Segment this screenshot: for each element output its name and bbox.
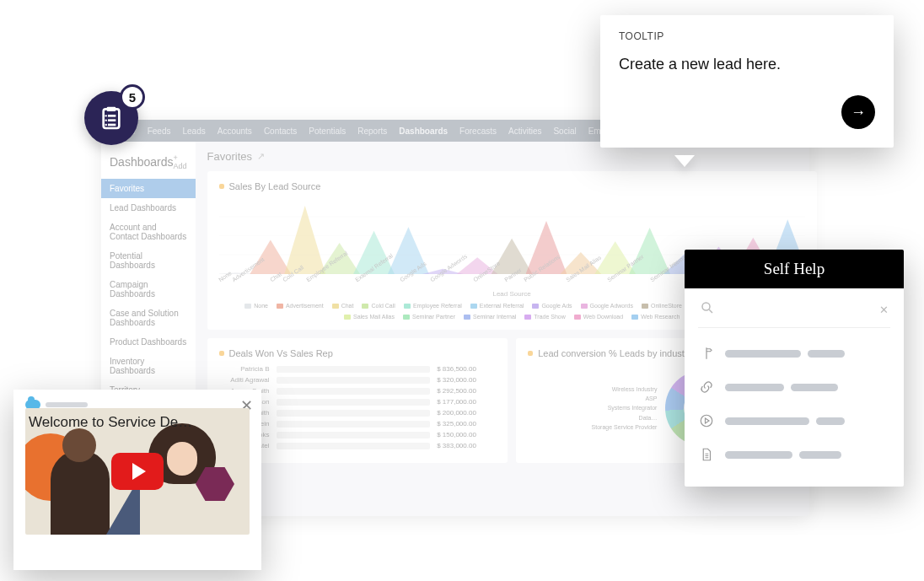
nav-activities[interactable]: Activities bbox=[508, 126, 541, 136]
donut-label: ASP bbox=[592, 394, 658, 403]
chart-peak bbox=[594, 198, 636, 274]
self-help-search[interactable]: ✕ bbox=[698, 297, 890, 328]
hbar-track bbox=[277, 421, 431, 428]
nav-leads[interactable]: Leads bbox=[182, 126, 205, 136]
svg-point-3 bbox=[105, 115, 107, 116]
hbar-track bbox=[277, 432, 431, 438]
task-list-badge[interactable]: 5 bbox=[84, 91, 138, 145]
donut-label: Systems Integrator bbox=[592, 403, 658, 412]
illustration-person-face bbox=[167, 442, 197, 476]
hbar-row: Patricia B$ 836,500.00 bbox=[219, 365, 497, 373]
chart-peak bbox=[250, 198, 291, 274]
hbar-track bbox=[277, 366, 431, 373]
welcome-title: Welcome to Service De… bbox=[25, 413, 250, 432]
svg-point-7 bbox=[105, 124, 107, 126]
arrow-right-icon: → bbox=[851, 104, 866, 121]
legend-item: Advertisement bbox=[277, 303, 324, 309]
brand-placeholder bbox=[46, 402, 88, 407]
legend-item: Google Adwords bbox=[581, 303, 633, 309]
svg-point-8 bbox=[702, 303, 710, 310]
self-help-item-guide[interactable] bbox=[698, 336, 890, 370]
legend-item: Employee Referral bbox=[404, 303, 462, 309]
chart-peak bbox=[492, 198, 533, 274]
chart-peak bbox=[560, 198, 601, 274]
donut-label: Wireless Industry bbox=[592, 385, 658, 394]
x-tick-label: Seminar Partner bbox=[606, 253, 645, 282]
svg-line-9 bbox=[709, 309, 712, 313]
x-tick-label: Google Adwords bbox=[429, 253, 468, 282]
nav-accounts[interactable]: Accounts bbox=[218, 126, 252, 136]
x-tick-label: Advertisement bbox=[231, 256, 266, 282]
hbar-track bbox=[277, 388, 431, 395]
search-icon bbox=[700, 300, 715, 319]
tooltip-body: Create a new lead here. bbox=[619, 56, 875, 73]
nav-contacts[interactable]: Contacts bbox=[264, 126, 297, 136]
illustration-person bbox=[51, 450, 110, 535]
clipboard-icon bbox=[98, 105, 125, 132]
sidebar-item-potential[interactable]: Potential Dashboards bbox=[101, 246, 196, 275]
self-help-title: Self Help bbox=[685, 250, 904, 288]
sidebar-item-inventory[interactable]: Inventory Dashboards bbox=[101, 352, 196, 380]
hbar-value: $ 200,000.00 bbox=[437, 409, 496, 417]
tooltip-pointer bbox=[674, 155, 695, 167]
nav-feeds[interactable]: Feeds bbox=[148, 126, 171, 136]
hbar-value: $ 150,000.00 bbox=[437, 431, 496, 438]
open-external-icon[interactable]: ↗ bbox=[257, 151, 265, 162]
nav-dashboards[interactable]: Dashboards bbox=[399, 126, 448, 136]
hbar-track bbox=[277, 443, 431, 449]
legend-item: Chat bbox=[332, 303, 354, 309]
legend-item: None bbox=[244, 303, 268, 309]
self-help-panel: Self Help ✕ bbox=[685, 250, 904, 487]
signpost-icon bbox=[698, 346, 715, 361]
nav-potentials[interactable]: Potentials bbox=[309, 126, 346, 136]
sidebar-item-lead[interactable]: Lead Dashboards bbox=[101, 198, 196, 218]
legend-item: Seminar Internal bbox=[464, 314, 516, 320]
chart-peak bbox=[422, 198, 464, 274]
hbar-value: $ 320,000.00 bbox=[437, 376, 496, 384]
chart-peak bbox=[319, 198, 360, 274]
legend-item: External Referral bbox=[470, 303, 524, 309]
x-tick-label: Partner bbox=[503, 266, 523, 282]
x-tick-label: Sales Mail Alias bbox=[565, 255, 602, 283]
hbar-name: Patricia B bbox=[219, 365, 270, 373]
hbar-track bbox=[277, 377, 431, 384]
legend-item: Seminar Partner bbox=[403, 314, 455, 320]
donut-label: Data… bbox=[592, 413, 658, 422]
close-icon[interactable]: ✕ bbox=[879, 304, 889, 316]
donut-label: Storage Service Provider bbox=[592, 422, 658, 432]
hbar-value: $ 383,000.00 bbox=[437, 442, 496, 449]
svg-point-5 bbox=[105, 119, 107, 121]
hbar-row: Aditi Agrawal$ 320,000.00 bbox=[219, 376, 497, 384]
page-title: Favorites ↗ bbox=[207, 150, 817, 163]
x-tick-label: Public Relations bbox=[523, 254, 561, 283]
sidebar-item-product[interactable]: Product Dashboards bbox=[101, 332, 196, 352]
hbar-track bbox=[277, 410, 431, 417]
x-tick-label: OnlineStore bbox=[472, 260, 501, 282]
tooltip-next-button[interactable]: → bbox=[841, 95, 875, 129]
self-help-item-link[interactable] bbox=[698, 370, 890, 404]
chart-title: Sales By Lead Source bbox=[219, 181, 805, 191]
sidebar-title: Dashboards bbox=[110, 155, 174, 169]
x-tick-label: None bbox=[218, 270, 233, 282]
self-help-item-doc[interactable] bbox=[698, 438, 890, 471]
nav-reports[interactable]: Reports bbox=[357, 126, 387, 136]
sidebar-item-favorites[interactable]: Favorites bbox=[101, 179, 196, 198]
nav-social[interactable]: Social bbox=[553, 126, 576, 136]
add-dashboard-button[interactable]: + Add bbox=[174, 153, 187, 170]
chart-peak bbox=[353, 198, 395, 274]
sidebar-item-account-contact[interactable]: Account and Contact Dashboards bbox=[101, 218, 196, 246]
play-circle-icon bbox=[698, 413, 715, 428]
x-tick-label: Cold Call bbox=[282, 264, 304, 282]
tooltip-card: TOOLTIP Create a new lead here. → bbox=[600, 15, 894, 148]
legend-item: Web Research bbox=[631, 314, 680, 320]
nav-forecasts[interactable]: Forecasts bbox=[459, 126, 497, 136]
sidebar-item-campaign[interactable]: Campaign Dashboards bbox=[101, 275, 196, 304]
donut-labels: Wireless IndustryASPSystems IntegratorDa… bbox=[592, 385, 658, 432]
sidebar-item-case-solution[interactable]: Case and Solution Dashboards bbox=[101, 304, 196, 332]
tooltip-label: TOOLTIP bbox=[619, 30, 875, 42]
self-help-item-video[interactable] bbox=[698, 404, 890, 438]
x-tick-label: External Referral bbox=[354, 253, 394, 283]
x-tick-label: Chat bbox=[269, 271, 282, 282]
legend-item: OnlineStore bbox=[642, 303, 682, 309]
chart-peak bbox=[388, 198, 429, 274]
